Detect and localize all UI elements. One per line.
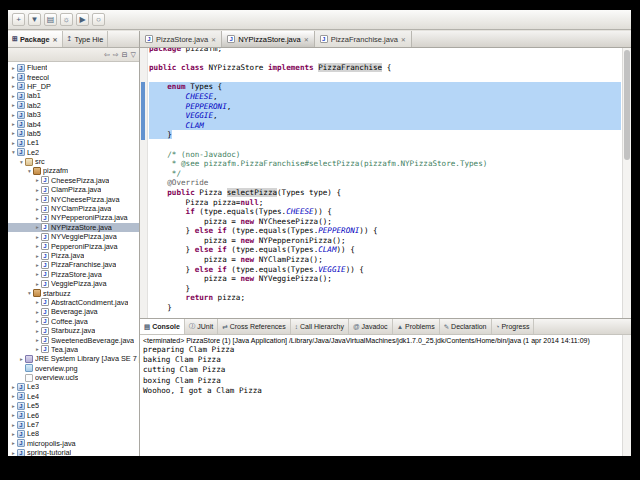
expand-arrow-icon[interactable]: ▸ <box>10 112 17 118</box>
expand-arrow-icon[interactable]: ▸ <box>34 337 41 343</box>
tree-item-pepperonipizza-java[interactable]: ▸JPepperoniPizza.java <box>8 241 139 250</box>
scrollbar-thumb[interactable] <box>624 50 630 160</box>
editor-tab-nypizzastore-java[interactable]: JNYPizzaStore.java✕ <box>222 31 315 47</box>
tree-item-starbuzz-java[interactable]: ▸JStarbuzz.java <box>8 326 139 335</box>
console-tab-declaration[interactable]: ✎Declaration <box>440 319 492 334</box>
console-tab-console[interactable]: ▤Console <box>140 319 185 334</box>
expand-arrow-icon[interactable]: ▸ <box>10 422 17 428</box>
tree-item-nyveggiepizza-java[interactable]: ▸JNYVeggiePizza.java <box>8 232 139 241</box>
tree-item-abstractcondiment-java[interactable]: ▸JAbstractCondiment.java <box>8 298 139 307</box>
view-tab-package[interactable]: ⊞Package✕ <box>8 31 63 47</box>
tree-item-le1[interactable]: ▸JLe1 <box>8 138 139 147</box>
tree-item-pizzastore-java[interactable]: ▸JPizzaStore.java <box>8 270 139 279</box>
new-wizard-icon[interactable]: + <box>12 13 25 26</box>
collapse-arrow-icon[interactable]: ▾ <box>10 149 17 155</box>
editor-scrollbar[interactable] <box>622 48 631 318</box>
console-tab-javadoc[interactable]: @Javadoc <box>349 319 393 334</box>
expand-arrow-icon[interactable]: ▸ <box>34 177 41 183</box>
tree-item-overview-ucls[interactable]: overview.ucls <box>8 373 139 382</box>
tree-item-nyclampizza-java[interactable]: ▸JNYClamPizza.java <box>8 204 139 213</box>
tree-item-lab3[interactable]: ▸Jlab3 <box>8 110 139 119</box>
tree-item-le4[interactable]: ▸JLe4 <box>8 392 139 401</box>
tree-item-lab5[interactable]: ▸Jlab5 <box>8 129 139 138</box>
tree-item-tea-java[interactable]: ▸JTea.java <box>8 345 139 354</box>
expand-arrow-icon[interactable]: ▸ <box>34 262 41 268</box>
expand-arrow-icon[interactable]: ▸ <box>10 121 17 127</box>
tree-item-le5[interactable]: ▸JLe5 <box>8 401 139 410</box>
tree-item-lab4[interactable]: ▸Jlab4 <box>8 119 139 128</box>
expand-arrow-icon[interactable]: ▸ <box>34 224 41 230</box>
expand-arrow-icon[interactable]: ▸ <box>34 271 41 277</box>
console-tab-cross-references[interactable]: ⇄Cross References <box>218 319 290 334</box>
tree-item-spring-tutorial[interactable]: ▸Jspring-tutorial <box>8 448 139 456</box>
tree-item-clampizza-java[interactable]: ▸JClamPizza.java <box>8 185 139 194</box>
expand-arrow-icon[interactable]: ▸ <box>34 243 41 249</box>
debug-icon[interactable]: ☼ <box>60 13 73 26</box>
collapse-arrow-icon[interactable]: ▾ <box>26 290 33 296</box>
expand-arrow-icon[interactable]: ▸ <box>10 83 17 89</box>
tree-item-pizza-java[interactable]: ▸JPizza.java <box>8 251 139 260</box>
tree-item-le6[interactable]: ▸JLe6 <box>8 410 139 419</box>
tree-item-le8[interactable]: ▸JLe8 <box>8 429 139 438</box>
close-icon[interactable]: ✕ <box>401 36 406 43</box>
tree-item-beverage-java[interactable]: ▸JBeverage.java <box>8 307 139 316</box>
console-scrollbar[interactable] <box>622 335 631 456</box>
close-icon[interactable]: ✕ <box>304 36 309 43</box>
tree-item-hf-dp[interactable]: ▸JHF_DP <box>8 82 139 91</box>
view-menu-icon[interactable]: ▽ <box>131 51 136 59</box>
console-tab-progress[interactable]: ◔Progress <box>492 319 535 334</box>
console-tab-problems[interactable]: ▲Problems <box>393 319 440 334</box>
expand-arrow-icon[interactable]: ▸ <box>34 318 41 324</box>
collapse-arrow-icon[interactable]: ▾ <box>18 159 25 165</box>
tree-item-le3[interactable]: ▸JLe3 <box>8 382 139 391</box>
tree-item-micropolis-java[interactable]: ▸Jmicropolis-java <box>8 439 139 448</box>
tree-item-lab2[interactable]: ▸Jlab2 <box>8 101 139 110</box>
expand-arrow-icon[interactable]: ▸ <box>10 140 17 146</box>
tree-item-le7[interactable]: ▸JLe7 <box>8 420 139 429</box>
view-tab-type-hie[interactable]: ↥Type Hie <box>63 31 109 47</box>
close-icon[interactable]: ✕ <box>211 36 216 43</box>
print-icon[interactable]: ▤ <box>44 13 57 26</box>
tree-item-coffee-java[interactable]: ▸JCoffee.java <box>8 317 139 326</box>
expand-arrow-icon[interactable]: ▸ <box>10 384 17 390</box>
expand-arrow-icon[interactable]: ▸ <box>34 196 41 202</box>
tree-item-pizzafm[interactable]: ▾pizzafm <box>8 166 139 175</box>
collapse-all-icon[interactable]: ⊟ <box>122 51 128 59</box>
tree-item-overview-png[interactable]: overview.png <box>8 364 139 373</box>
expand-arrow-icon[interactable]: ▸ <box>34 187 41 193</box>
tree-item-veggiepizza-java[interactable]: ▸JVeggiePizza.java <box>8 279 139 288</box>
expand-arrow-icon[interactable]: ▸ <box>34 253 41 259</box>
expand-arrow-icon[interactable]: ▸ <box>10 403 17 409</box>
tree-item-sweetenedbeverage-java[interactable]: ▸JSweetenedBeverage.java <box>8 335 139 344</box>
expand-arrow-icon[interactable]: ▸ <box>10 431 17 437</box>
tree-item-cheesepizza-java[interactable]: ▸JCheesePizza.java <box>8 176 139 185</box>
tree-item-fluent[interactable]: ▸JFluent <box>8 63 139 72</box>
expand-arrow-icon[interactable]: ▸ <box>34 299 41 305</box>
run-icon[interactable]: ▶ <box>76 13 89 26</box>
tree-item-starbuzz[interactable]: ▾starbuzz <box>8 288 139 297</box>
console-tab-junit[interactable]: ⒿJUnit <box>185 319 218 334</box>
expand-arrow-icon[interactable]: ▸ <box>10 412 17 418</box>
console-tab-call-hierarchy[interactable]: ↕Call Hierarchy <box>291 319 349 334</box>
expand-arrow-icon[interactable]: ▸ <box>10 93 17 99</box>
expand-arrow-icon[interactable]: ▸ <box>10 102 17 108</box>
expand-arrow-icon[interactable]: ▸ <box>10 393 17 399</box>
expand-arrow-icon[interactable]: ▸ <box>10 440 17 446</box>
expand-arrow-icon[interactable]: ▸ <box>34 215 41 221</box>
tree-item-src[interactable]: ▾src <box>8 157 139 166</box>
tree-item-nypizzastore-java[interactable]: ▸JNYPizzaStore.java <box>8 223 139 232</box>
expand-arrow-icon[interactable]: ▸ <box>34 346 41 352</box>
expand-arrow-icon[interactable]: ▸ <box>34 309 41 315</box>
expand-arrow-icon[interactable]: ▸ <box>18 356 25 362</box>
expand-arrow-icon[interactable]: ▸ <box>10 130 17 136</box>
close-icon[interactable]: ✕ <box>53 36 58 43</box>
forward-icon[interactable]: ⇨ <box>113 51 119 59</box>
expand-arrow-icon[interactable]: ▸ <box>34 206 41 212</box>
editor-tab-pizzastore-java[interactable]: JPizzaStore.java✕ <box>140 31 222 47</box>
collapse-arrow-icon[interactable]: ▾ <box>26 168 33 174</box>
code-editor[interactable]: package pizzafm; public class NYPizzaSto… <box>140 48 631 318</box>
back-icon[interactable]: ⇦ <box>104 51 110 59</box>
console-output[interactable]: preparing Clam Pizzabaking Clam Pizzacut… <box>140 345 631 396</box>
tree-item-nycheesepizza-java[interactable]: ▸JNYCheesePizza.java <box>8 194 139 203</box>
expand-arrow-icon[interactable]: ▸ <box>34 281 41 287</box>
